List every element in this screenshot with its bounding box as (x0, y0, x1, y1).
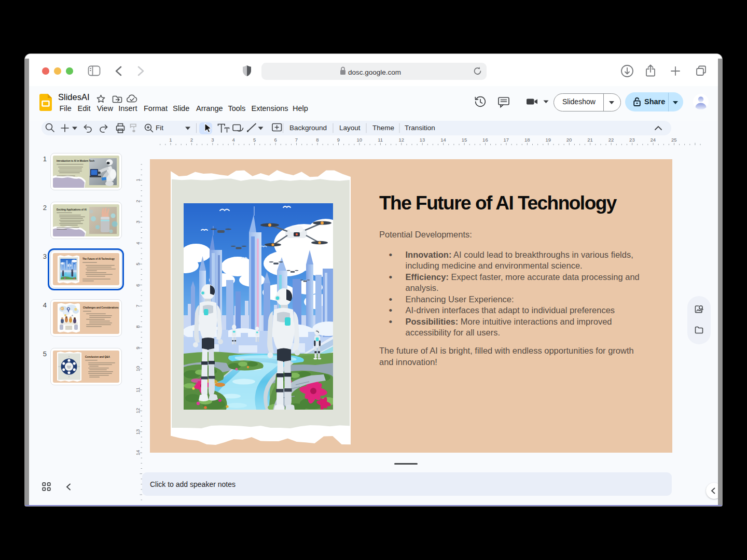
svg-text:Challenges and Considerations: Challenges and Considerations (83, 306, 119, 309)
svg-text:Introduction to AI in Modern T: Introduction to AI in Modern Tech (57, 160, 94, 162)
svg-text:The Future of AI Technology: The Future of AI Technology (82, 258, 115, 260)
svg-text:Conclusion and Q&A: Conclusion and Q&A (85, 356, 110, 358)
svg-text:Exciting Applications of AI: Exciting Applications of AI (57, 208, 87, 211)
